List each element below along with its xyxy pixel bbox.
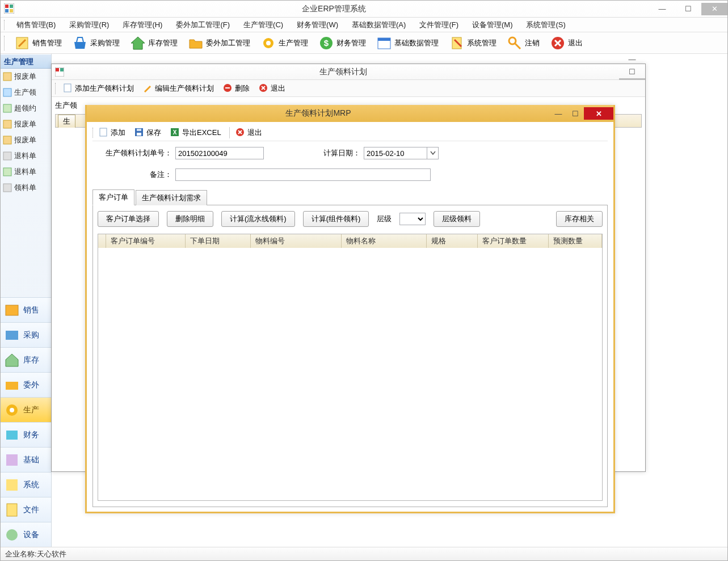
delete-detail-button[interactable]: 删除明细: [167, 211, 213, 227]
menu-device[interactable]: 设备管理(M): [465, 18, 520, 32]
tb-sales[interactable]: 销售管理: [10, 34, 66, 52]
tree-item[interactable]: 退料单: [1, 164, 51, 180]
tree-item[interactable]: 报废单: [1, 116, 51, 132]
child1-maximize-button[interactable]: ☐: [619, 66, 645, 78]
menu-production[interactable]: 生产管理(C): [237, 18, 290, 32]
mrp-tabs: 客户订单 生产领料计划需求 客户订单选择 删除明细 计算(流水线领料) 计算(组…: [92, 190, 608, 507]
nav-sales[interactable]: 销售: [1, 297, 51, 322]
main-toolbar: 销售管理 采购管理 库存管理 委外加工管理 生产管理 $财务管理 基础数据管理 …: [1, 32, 727, 54]
nav-basedata[interactable]: 基础: [1, 447, 51, 472]
col-matname[interactable]: 物料名称: [342, 234, 427, 248]
calc-date-picker[interactable]: [364, 147, 439, 159]
doc-icon: [3, 136, 12, 145]
menu-file[interactable]: 文件管理(F): [413, 18, 465, 32]
calc-comp-button[interactable]: 计算(组件领料): [303, 211, 369, 227]
tree-item[interactable]: 报废单: [1, 69, 51, 85]
menu-outsource[interactable]: 委外加工管理(F): [169, 18, 237, 32]
menu-purchase[interactable]: 采购管理(R): [62, 18, 116, 32]
level-material-button[interactable]: 层级领料: [434, 211, 480, 227]
child1-delete-button[interactable]: 删除: [220, 82, 253, 95]
col-orderno[interactable]: 客户订单编号: [106, 234, 186, 248]
nav-inventory[interactable]: 库存: [1, 347, 51, 372]
tb-inventory[interactable]: 库存管理: [125, 34, 182, 52]
tb-basedata[interactable]: 基础数据管理: [372, 34, 443, 52]
doc-icon: [3, 120, 12, 129]
main-maximize-button[interactable]: ☐: [675, 3, 701, 15]
nav-system[interactable]: 系统: [1, 472, 51, 497]
nav-production[interactable]: 生产: [1, 397, 51, 422]
plan-no-input[interactable]: [175, 147, 264, 159]
tab-plan-demand[interactable]: 生产领料计划需求: [136, 190, 207, 205]
col-matno[interactable]: 物料编号: [251, 234, 342, 248]
nav-finance[interactable]: 财务: [1, 422, 51, 447]
level-label: 层级: [377, 214, 392, 224]
tb-logout[interactable]: 注销: [502, 34, 544, 52]
child1-exit-button[interactable]: 退出: [255, 82, 289, 95]
tb-outsource[interactable]: 委外加工管理: [183, 34, 255, 52]
mrp-add-button[interactable]: 添加: [95, 126, 129, 139]
stock-related-button[interactable]: 库存相关: [556, 211, 603, 227]
sales-icon: [4, 302, 20, 318]
mrp-minimize-button[interactable]: —: [550, 107, 567, 120]
col-spec[interactable]: 规格: [427, 234, 478, 248]
mrp-exit-button[interactable]: 退出: [232, 126, 266, 139]
main-close-button[interactable]: ✕: [701, 3, 727, 15]
select-order-button[interactable]: 客户订单选择: [98, 211, 159, 227]
svg-rect-34: [56, 68, 59, 71]
close-icon: [550, 35, 566, 51]
mrp-save-button[interactable]: 保存: [131, 126, 165, 139]
svg-rect-36: [64, 84, 71, 92]
tree-item[interactable]: 超领约: [1, 100, 51, 116]
col-orderqty[interactable]: 客户订单数量: [478, 234, 549, 248]
child1-add-button[interactable]: 添加生产领料计划: [60, 82, 137, 95]
child1-minimize-button[interactable]: —: [619, 53, 645, 66]
level-select[interactable]: [399, 213, 426, 225]
calc-date-input[interactable]: [364, 147, 427, 159]
menu-system[interactable]: 系统管理(S): [519, 18, 572, 32]
tb-exit[interactable]: 退出: [545, 34, 587, 52]
order-grid[interactable]: 客户订单编号 下单日期 物料编号 物料名称 规格 客户订单数量 预测数量: [98, 234, 603, 501]
nav-purchase[interactable]: 采购: [1, 322, 51, 347]
child1-edit-button[interactable]: 编辑生产领料计划: [140, 82, 217, 95]
mrp-maximize-button[interactable]: ☐: [567, 107, 584, 120]
svg-point-7: [266, 41, 271, 45]
doc-icon: [3, 151, 12, 161]
svg-rect-43: [137, 129, 141, 131]
menu-basedata[interactable]: 基础数据管理(A): [345, 18, 413, 32]
tree-item[interactable]: 生产领: [1, 85, 51, 100]
child1-title: 生产领料计划: [68, 67, 619, 77]
excel-icon: X: [170, 128, 180, 138]
tb-purchase[interactable]: 采购管理: [68, 34, 124, 52]
col-forecastqty[interactable]: 预测数量: [549, 234, 602, 248]
child1-ghost-tab[interactable]: 生: [58, 115, 75, 128]
nav-outsource[interactable]: 委外: [1, 372, 51, 397]
col-orderdate[interactable]: 下单日期: [186, 234, 251, 248]
tb-finance[interactable]: $财务管理: [314, 34, 371, 52]
mrp-export-button[interactable]: X导出EXCEL: [167, 126, 225, 139]
tree-item[interactable]: 报废单: [1, 132, 51, 148]
minus-icon: [223, 83, 233, 94]
tree-item[interactable]: 领料单: [1, 180, 51, 196]
menu-sales[interactable]: 销售管理(B): [10, 18, 62, 32]
tab-customer-order[interactable]: 客户订单: [92, 189, 134, 205]
tb-system[interactable]: 系统管理: [444, 34, 501, 52]
child1-titlebar: 生产领料计划 — ☐ ✕: [52, 64, 645, 80]
nav-file[interactable]: 文件: [1, 497, 51, 522]
chevron-down-icon[interactable]: [427, 147, 438, 159]
tb-production[interactable]: 生产管理: [256, 34, 313, 52]
menu-inventory[interactable]: 库存管理(H): [116, 18, 169, 32]
device-icon: [4, 527, 20, 543]
gear-icon: [260, 35, 276, 51]
svg-text:$: $: [324, 38, 329, 48]
grid-body[interactable]: [98, 248, 602, 500]
main-minimize-button[interactable]: —: [649, 3, 675, 15]
outsource-icon: [4, 377, 20, 393]
mrp-close-button[interactable]: ✕: [584, 107, 613, 120]
svg-rect-29: [6, 454, 18, 466]
tree-item[interactable]: 退料单: [1, 148, 51, 164]
nav-device[interactable]: 设备: [1, 522, 51, 547]
menu-finance[interactable]: 财务管理(W): [290, 18, 345, 32]
calc-line-button[interactable]: 计算(流水线领料): [221, 211, 295, 227]
main-menubar: 销售管理(B) 采购管理(R) 库存管理(H) 委外加工管理(F) 生产管理(C…: [1, 18, 727, 32]
remark-input[interactable]: [175, 168, 431, 181]
